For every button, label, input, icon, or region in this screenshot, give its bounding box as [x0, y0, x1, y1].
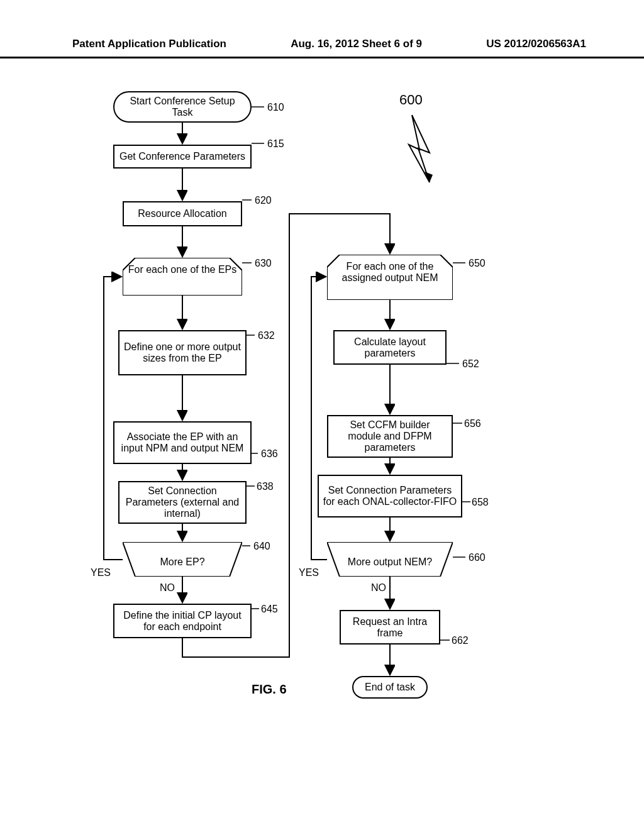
- header-center: Aug. 16, 2012 Sheet 6 of 9: [291, 38, 422, 50]
- page: Patent Application Publication Aug. 16, …: [0, 0, 644, 830]
- header-right: US 2012/0206563A1: [486, 38, 586, 50]
- header-left: Patent Application Publication: [72, 38, 226, 50]
- flowchart: 600 Start Conference Setup Task 610 Get …: [0, 82, 644, 824]
- page-header: Patent Application Publication Aug. 16, …: [0, 0, 644, 58]
- arrows: [0, 82, 644, 773]
